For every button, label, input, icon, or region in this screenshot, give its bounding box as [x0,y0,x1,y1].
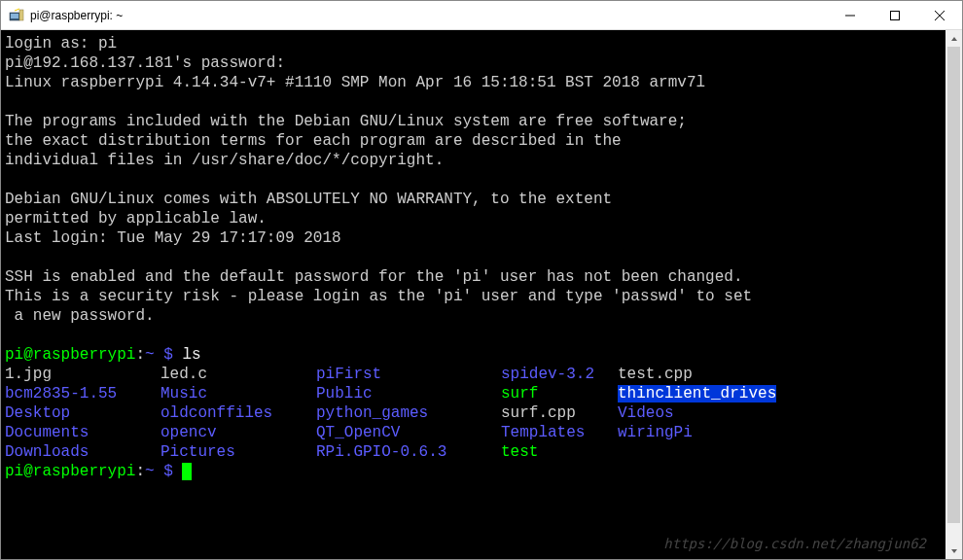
ls-row: DocumentsopencvQT_OpenCVTemplateswiringP… [5,423,942,442]
motd-line: individual files in /usr/share/doc/*/cop… [5,152,444,169]
ssh-warning: This is a security risk - please login a… [5,288,752,305]
ls-item-name: Videos [618,404,674,422]
ls-row: bcm2835-1.55MusicPublicsurfthinclient_dr… [5,384,942,403]
ls-item-name: Music [160,385,207,402]
cursor [182,463,192,480]
ls-item-name: oldconffiles [160,404,272,422]
ls-item: test [501,442,618,462]
ls-item-name: Public [316,385,373,402]
ls-item-name: Templates [501,424,585,441]
ls-item-name: QT_OpenCV [316,424,400,441]
motd-line: the exact distribution terms for each pr… [5,132,622,150]
ls-item: thinclient_drives [618,384,776,403]
ls-row: DownloadsPicturesRPi.GPIO-0.6.3test [5,442,942,462]
ls-item: Public [316,384,501,403]
minimize-button[interactable] [828,1,873,29]
ls-item-name: thinclient_drives [618,385,776,402]
ls-item: spidev-3.2 [501,365,618,384]
ls-item-name: Desktop [5,404,70,422]
ls-item: wiringPi [618,423,693,442]
scroll-up-button[interactable] [945,30,962,47]
prompt-user: pi@raspberrypi [5,463,135,480]
ls-item-name: led.c [160,366,207,383]
login-prompt: login as: [5,35,98,52]
scroll-thumb[interactable] [947,47,960,523]
ls-item: Pictures [160,442,316,462]
ls-item: surf.cpp [501,403,618,423]
scroll-down-button[interactable] [945,542,962,559]
window-titlebar: pi@raspberrypi: ~ [1,1,962,30]
ls-item: Downloads [5,442,160,462]
ls-item: 1.jpg [5,365,160,384]
ls-item-name: test.cpp [618,366,693,383]
prompt-user: pi@raspberrypi [5,346,135,364]
ls-item-name: surf [501,385,538,402]
maximize-button[interactable] [873,1,917,29]
ls-item-name: spidev-3.2 [501,366,594,383]
close-button[interactable] [917,1,962,29]
svg-rect-5 [891,11,900,19]
ls-item: Music [160,384,316,403]
ls-item-name: Downloads [5,443,89,461]
ls-item: surf [501,384,618,403]
prompt-sep: : [135,463,145,480]
kernel-line: Linux raspberrypi 4.14.34-v7+ #1110 SMP … [5,74,705,91]
ls-item: opencv [160,423,316,442]
ls-item: Templates [501,423,618,442]
terminal[interactable]: login as: pi pi@192.168.137.181's passwo… [1,30,945,559]
ls-item: test.cpp [618,365,693,384]
svg-line-3 [15,9,19,11]
window-title: pi@raspberrypi: ~ [30,9,828,22]
motd-line: Debian GNU/Linux comes with ABSOLUTELY N… [5,191,612,208]
ls-output: 1.jpgled.cpiFirstspidev-3.2test.cppbcm28… [5,365,942,462]
terminal-wrapper: login as: pi pi@192.168.137.181's passwo… [1,30,962,559]
prompt-path: ~ $ [145,346,173,364]
ls-row: 1.jpgled.cpiFirstspidev-3.2test.cpp [5,365,942,384]
ls-item-name: RPi.GPIO-0.6.3 [316,443,446,461]
ls-item: Videos [618,403,674,423]
watermark: https://blog.csdn.net/zhangjun62 [663,534,926,553]
ls-item-name: wiringPi [618,424,693,441]
ls-item-name: bcm2835-1.55 [5,385,117,402]
ssh-warning: SSH is enabled and the default password … [5,268,743,286]
window-controls [828,1,962,29]
prompt-path: ~ $ [145,463,173,480]
motd-line: The programs included with the Debian GN… [5,113,687,130]
ls-item: piFirst [316,365,501,384]
ls-row: Desktopoldconffilespython_gamessurf.cppV… [5,403,942,423]
ssh-warning: a new password. [5,307,155,325]
svg-rect-2 [19,10,23,20]
prompt-sep: : [135,346,145,364]
ls-item-name: opencv [160,424,217,441]
ls-item: bcm2835-1.55 [5,384,160,403]
ls-item: Documents [5,423,160,442]
scrollbar[interactable] [945,30,962,559]
ls-item: QT_OpenCV [316,423,501,442]
login-user: pi [98,35,117,52]
ls-item: oldconffiles [160,403,316,423]
ls-item-name: test [501,443,538,461]
ls-item-name: surf.cpp [501,404,576,422]
last-login: Last login: Tue May 29 17:17:09 2018 [5,229,341,247]
ls-item: python_games [316,403,501,423]
ls-item-name: piFirst [316,366,381,383]
ls-item: led.c [160,365,316,384]
password-prompt: pi@192.168.137.181's password: [5,54,285,72]
ls-item-name: Documents [5,424,89,441]
command: ls [173,346,201,364]
ls-item: Desktop [5,403,160,423]
motd-line: permitted by applicable law. [5,210,267,228]
ls-item-name: 1.jpg [5,366,52,383]
ls-item: RPi.GPIO-0.6.3 [316,442,501,462]
putty-icon [9,8,24,23]
ls-item-name: Pictures [160,443,235,461]
svg-rect-1 [11,14,18,18]
ls-item-name: python_games [316,404,428,422]
